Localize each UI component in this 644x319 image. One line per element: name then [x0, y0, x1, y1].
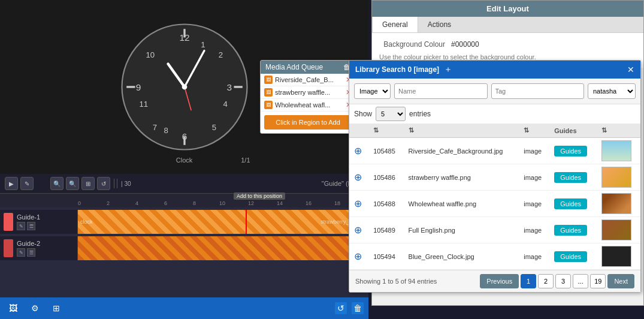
track1-edit-icon[interactable]: ✎: [17, 222, 25, 230]
svg-text:2: 2: [218, 50, 222, 59]
media-item3-icon: 🖼: [264, 101, 273, 109]
undo-button[interactable]: ↺: [335, 302, 347, 314]
svg-text:7: 7: [152, 122, 156, 131]
row5-id: 105494: [368, 243, 403, 270]
track2-edit-icon[interactable]: ✎: [17, 248, 25, 257]
clock-svg: 12 3 6 9 2 5 7 10 1 4 8 11: [119, 21, 250, 153]
media-add-queue: Media Add Queue 🗑 🖼 Riverside_Cafe_B... …: [260, 60, 356, 134]
row1-id: 105485: [368, 138, 403, 164]
grid-icon[interactable]: ⊞: [48, 300, 65, 317]
media-queue-item-1: 🖼 Riverside_Cafe_B... ✕: [261, 74, 355, 86]
svg-text:4: 4: [223, 100, 227, 109]
row1-guides-button[interactable]: Guides: [554, 146, 587, 157]
media-queue-item-2: 🖼 strawberry waffle... ✕: [261, 86, 355, 99]
library-footer: Showing 1 to 5 of 94 entries Previous 1 …: [349, 270, 640, 292]
media-item2-icon: 🖼: [264, 88, 273, 97]
row3-name: Wholewheat waffle.png: [404, 191, 519, 217]
previous-button[interactable]: Previous: [480, 274, 519, 288]
show-entries-select[interactable]: 5 10 25: [376, 107, 406, 121]
edit-button[interactable]: ✎: [20, 177, 34, 190]
show-label: Show: [354, 110, 372, 118]
row1-type: image: [519, 138, 549, 164]
tab-general[interactable]: General: [372, 17, 418, 32]
svg-text:1: 1: [201, 40, 205, 49]
track1-delete-icon[interactable]: ☰: [27, 222, 35, 230]
zoom-in-button[interactable]: 🔍: [66, 177, 79, 190]
col-add: [349, 124, 368, 138]
track2-delete-icon[interactable]: ☰: [27, 248, 35, 257]
page-ellipsis: ...: [573, 274, 588, 288]
table-row: Guide-2 ✎ ☰: [0, 236, 368, 260]
media-item1-icon: 🖼: [264, 76, 273, 84]
row5-type: image: [519, 243, 549, 270]
entries-label: entries: [409, 110, 431, 118]
wrench-icon[interactable]: ⚙: [26, 300, 43, 317]
library-close-button[interactable]: ✕: [627, 65, 634, 74]
row4-id: 105489: [368, 217, 403, 243]
next-button[interactable]: Next: [607, 274, 634, 288]
table-row: ⊕ 105485 Riverside_Cafe_Background.jpg i…: [349, 138, 640, 164]
trash-button[interactable]: 🗑: [352, 302, 364, 314]
media-item2-name: strawberry waffle...: [275, 89, 343, 96]
row2-guides-button[interactable]: Guides: [554, 172, 587, 183]
media-queue-item-3: 🖼 Wholewheat wafl... ✕: [261, 99, 355, 112]
svg-text:6: 6: [182, 131, 187, 142]
background-colour-value: #000000: [451, 40, 479, 49]
timeline-ruler: Add to this position 0 2 4 6 8 10 12 14 …: [0, 193, 368, 207]
row3-id: 105488: [368, 191, 403, 217]
svg-point-20: [182, 85, 187, 90]
library-add-button[interactable]: ＋: [444, 64, 452, 75]
click-region-button[interactable]: Click in Region to Add: [264, 115, 352, 130]
panel-tabs: General Actions: [372, 17, 643, 33]
filter-tag-input[interactable]: [491, 83, 585, 99]
tab-actions[interactable]: Actions: [418, 17, 461, 32]
col-guides: Guides: [549, 124, 597, 138]
row3-add-button[interactable]: ⊕: [354, 198, 362, 209]
row5-add-button[interactable]: ⊕: [354, 251, 362, 261]
svg-text:12: 12: [179, 32, 189, 43]
zoom-out-button[interactable]: 🔍: [50, 177, 64, 190]
media-item1-name: Riverside_Cafe_B...: [275, 76, 343, 83]
table-row: ⊕ 105486 strawberry waffle.png image Gui…: [349, 164, 640, 191]
play-button[interactable]: ▶: [5, 177, 18, 190]
row3-guides-button[interactable]: Guides: [554, 198, 587, 209]
row1-add-button[interactable]: ⊕: [354, 146, 362, 156]
row2-name: strawberry waffle.png: [404, 164, 519, 191]
filter-user-select[interactable]: natasha: [588, 83, 636, 99]
image-icon[interactable]: 🖼: [5, 300, 22, 317]
timeline-controls: ▶ ✎ 🔍 🔍 ⊞ ↺ | 30 "Guide" (layou: [0, 174, 368, 193]
page-2-button[interactable]: 2: [538, 274, 554, 288]
table-row: ⊕ 105489 Full English.png image Guides: [349, 217, 640, 243]
filter-name-input[interactable]: [394, 83, 488, 99]
row1-thumb: [601, 140, 631, 161]
panel-title: Edit Layout: [372, 1, 643, 17]
page-last-button[interactable]: 19: [590, 274, 606, 288]
svg-text:10: 10: [146, 50, 155, 59]
col-type[interactable]: ⇅: [519, 124, 549, 138]
row4-name: Full English.png: [404, 217, 519, 243]
track1-content[interactable]: clock strawberry_waffle...: [78, 210, 368, 234]
clock-counter: 1/1: [241, 157, 250, 164]
zoom-fit-button[interactable]: ⊞: [81, 177, 95, 190]
col-preview[interactable]: ⇅: [597, 124, 640, 138]
row2-add-button[interactable]: ⊕: [354, 172, 362, 182]
row2-id: 105486: [368, 164, 403, 191]
row3-type: image: [519, 191, 549, 217]
playhead: [246, 210, 247, 234]
row4-guides-button[interactable]: Guides: [554, 225, 587, 236]
svg-text:11: 11: [139, 100, 148, 109]
row5-guides-button[interactable]: Guides: [554, 251, 587, 262]
row2-type: image: [519, 164, 549, 191]
table-row: Guide-1 ✎ ☰ clock strawberry_waffle...: [0, 210, 368, 234]
row4-add-button[interactable]: ⊕: [354, 225, 362, 235]
page-1-button[interactable]: 1: [521, 274, 536, 288]
zoom-reset-button[interactable]: ↺: [97, 177, 110, 190]
library-table: ⇅ ⇅ ⇅ Guides ⇅ ⊕ 105485 Riverside_Cafe_B…: [349, 124, 640, 270]
col-name[interactable]: ⇅: [404, 124, 519, 138]
col-id[interactable]: ⇅: [368, 124, 403, 138]
footer-showing-text: Showing 1 to 5 of 94 entries: [355, 278, 437, 285]
page-3-button[interactable]: 3: [555, 274, 571, 288]
show-row: Show 5 10 25 entries: [349, 104, 640, 124]
filter-type-select[interactable]: Image: [354, 83, 391, 99]
track2-content[interactable]: [78, 236, 368, 260]
